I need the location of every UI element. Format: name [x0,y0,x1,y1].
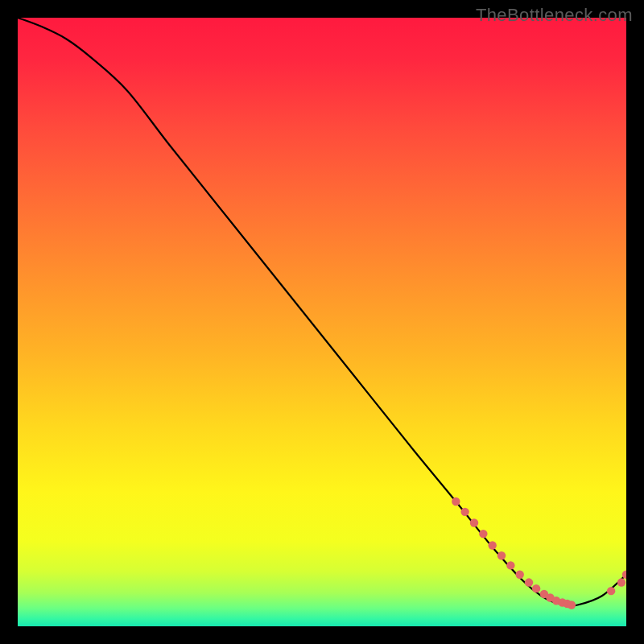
chart-background [18,18,626,626]
marker-dot [568,601,576,609]
watermark-label: TheBottleneck.com [476,5,633,26]
marker-dot [460,508,469,516]
marker-dot [516,571,524,579]
chart-stage: TheBottleneck.com [0,0,644,644]
marker-dot [506,561,514,569]
marker-dot [497,551,506,559]
marker-dot [617,578,625,586]
marker-dot [470,518,478,526]
marker-dot [525,578,533,586]
marker-dot [479,530,487,538]
marker-dot [607,587,615,595]
chart-svg [18,18,626,626]
marker-dot [488,541,496,549]
marker-dot [452,497,460,506]
marker-dot [532,584,540,592]
